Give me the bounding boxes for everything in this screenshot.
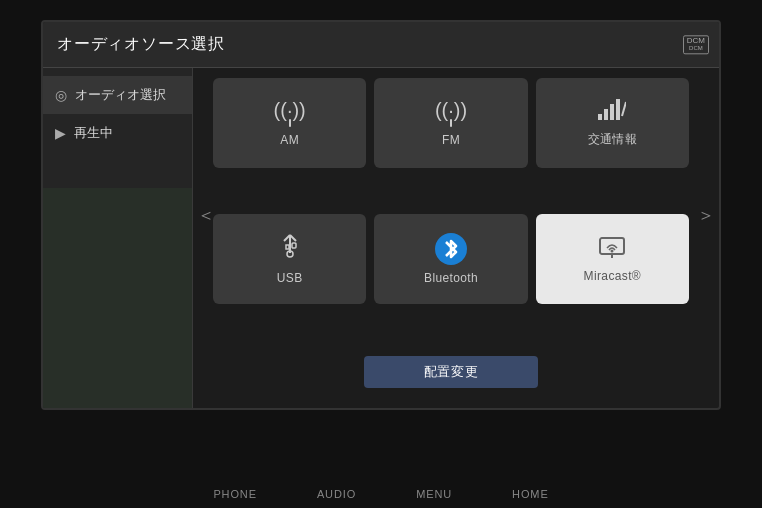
svg-rect-3 [616, 99, 620, 120]
svg-point-14 [611, 249, 614, 252]
playing-icon: ▶ [55, 125, 66, 141]
grid-row-1: ((·)) AM ((·)) FM [213, 78, 689, 206]
am-icon: ((·)) [274, 99, 306, 127]
usb-tile[interactable]: USB [213, 214, 366, 304]
sidebar: ◎ オーディオ選択 ▶ 再生中 [43, 68, 193, 408]
grid-row-2: USB Bluetooth [213, 214, 689, 342]
arrow-right-button[interactable]: ＞ [693, 199, 719, 231]
traffic-icon [598, 98, 626, 125]
home-button[interactable]: HOME [512, 488, 549, 500]
main-content: ◎ オーディオ選択 ▶ 再生中 ＜ ((·)) [43, 68, 719, 408]
audio-button[interactable]: AUDIO [317, 488, 356, 500]
page-title: オーディオソース選択 [57, 34, 225, 55]
usb-icon [279, 233, 301, 265]
menu-button[interactable]: MENU [416, 488, 452, 500]
phone-button[interactable]: PHONE [213, 488, 257, 500]
miracast-label: Miracast® [584, 269, 641, 283]
map-background [43, 188, 192, 408]
arrow-left-button[interactable]: ＜ [193, 199, 219, 231]
traffic-label: 交通情報 [588, 131, 637, 148]
bottom-bar: 配置変更 [213, 350, 689, 398]
sidebar-item-audio-select[interactable]: ◎ オーディオ選択 [43, 76, 192, 114]
header: オーディオソース選択 DCM DCM [43, 22, 719, 68]
miracast-icon [598, 236, 626, 263]
audio-select-icon: ◎ [55, 87, 67, 103]
bluetooth-label: Bluetooth [424, 271, 478, 285]
sidebar-audio-label: オーディオ選択 [75, 86, 166, 104]
svg-rect-8 [286, 245, 289, 249]
svg-rect-0 [598, 114, 602, 120]
config-button[interactable]: 配置変更 [364, 356, 539, 388]
bluetooth-tile[interactable]: Bluetooth [374, 214, 527, 304]
usb-label: USB [277, 271, 303, 285]
bluetooth-icon [435, 233, 467, 265]
am-tile[interactable]: ((·)) AM [213, 78, 366, 168]
svg-line-4 [622, 102, 626, 116]
miracast-tile[interactable]: Miracast® [536, 214, 689, 304]
svg-rect-2 [610, 104, 614, 120]
grid-area: ((·)) AM ((·)) FM [193, 68, 719, 408]
dcm-badge: DCM DCM [683, 35, 709, 54]
sidebar-item-playing[interactable]: ▶ 再生中 [43, 114, 192, 152]
device-frame: オーディオソース選択 DCM DCM ◎ オーディオ選択 ▶ 再生中 [0, 0, 762, 508]
screen: オーディオソース選択 DCM DCM ◎ オーディオ選択 ▶ 再生中 [41, 20, 721, 410]
fm-icon: ((·)) [435, 99, 467, 127]
physical-button-bar: PHONE AUDIO MENU HOME [41, 476, 721, 508]
am-label: AM [280, 133, 299, 147]
svg-rect-1 [604, 109, 608, 120]
fm-tile[interactable]: ((·)) FM [374, 78, 527, 168]
fm-label: FM [442, 133, 460, 147]
traffic-tile[interactable]: 交通情報 [536, 78, 689, 168]
sidebar-playing-label: 再生中 [74, 124, 113, 142]
svg-rect-9 [292, 243, 296, 248]
